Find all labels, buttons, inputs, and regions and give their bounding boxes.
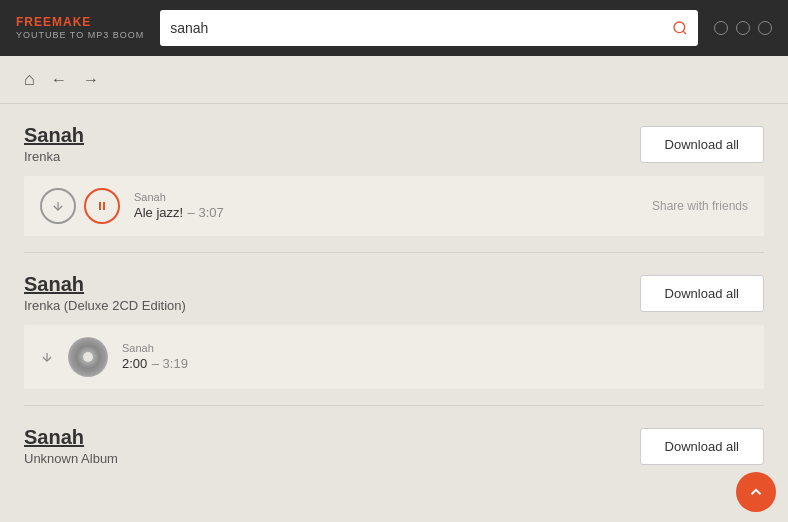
window-btn-2[interactable] bbox=[736, 21, 750, 35]
download-all-button-3[interactable]: Download all bbox=[640, 428, 764, 465]
track-controls-2 bbox=[40, 350, 54, 364]
album-section-3: Sanah Unknown Album Download all bbox=[0, 406, 788, 466]
album-header-3: Sanah Unknown Album Download all bbox=[24, 426, 764, 466]
album-info-3: Sanah Unknown Album bbox=[24, 426, 118, 466]
navigation-bar: ⌂ ← → bbox=[0, 56, 788, 104]
album-subtitle-2: Irenka (Deluxe 2CD Edition) bbox=[24, 298, 186, 313]
svg-rect-4 bbox=[103, 202, 105, 210]
brand-name: FREEMAKE bbox=[16, 15, 144, 29]
album-subtitle-1: Irenka bbox=[24, 149, 84, 164]
window-btn-1[interactable] bbox=[714, 21, 728, 35]
album-title-3[interactable]: Sanah bbox=[24, 426, 118, 449]
download-track-button-2[interactable] bbox=[40, 350, 54, 364]
share-link-1[interactable]: Share with friends bbox=[652, 199, 748, 213]
svg-rect-3 bbox=[99, 202, 101, 210]
pause-button-1[interactable] bbox=[84, 188, 120, 224]
content-area: Sanah Irenka Download all San bbox=[0, 104, 788, 522]
track-info-1: Sanah Ale jazz! – 3:07 bbox=[134, 191, 638, 221]
track-row-2: Sanah 2:00 – 3:19 bbox=[24, 325, 764, 389]
window-btn-3[interactable] bbox=[758, 21, 772, 35]
album-section-1: Sanah Irenka Download all San bbox=[0, 104, 788, 236]
track-name-1: Ale jazz! bbox=[134, 205, 183, 220]
album-info-1: Sanah Irenka bbox=[24, 124, 84, 164]
download-track-button-1[interactable] bbox=[40, 188, 76, 224]
download-all-button-1[interactable]: Download all bbox=[640, 126, 764, 163]
album-title-2[interactable]: Sanah bbox=[24, 273, 186, 296]
brand-logo: FREEMAKE YOUTUBE TO MP3 BOOM bbox=[16, 15, 144, 40]
album-section-2: Sanah Irenka (Deluxe 2CD Edition) Downlo… bbox=[0, 253, 788, 389]
search-button[interactable] bbox=[672, 20, 688, 36]
album-subtitle-3: Unknown Album bbox=[24, 451, 118, 466]
search-input[interactable] bbox=[170, 20, 672, 36]
track-artist-2: Sanah bbox=[122, 342, 748, 354]
track-controls-1 bbox=[40, 188, 120, 224]
disc-icon-2 bbox=[68, 337, 108, 377]
album-header-2: Sanah Irenka (Deluxe 2CD Edition) Downlo… bbox=[24, 273, 764, 313]
album-header-1: Sanah Irenka Download all bbox=[24, 124, 764, 164]
back-button[interactable]: ← bbox=[47, 67, 71, 93]
app-header: FREEMAKE YOUTUBE TO MP3 BOOM bbox=[0, 0, 788, 56]
forward-button[interactable]: → bbox=[79, 67, 103, 93]
track-thumbnail-2 bbox=[68, 337, 108, 377]
brand-subtitle: YOUTUBE TO MP3 BOOM bbox=[16, 30, 144, 41]
svg-line-1 bbox=[683, 31, 686, 34]
track-duration-2: – 3:19 bbox=[152, 356, 188, 371]
scroll-top-button[interactable] bbox=[736, 472, 776, 512]
track-name-2: 2:00 bbox=[122, 356, 147, 371]
track-artist-1: Sanah bbox=[134, 191, 638, 203]
window-controls bbox=[714, 21, 772, 35]
album-info-2: Sanah Irenka (Deluxe 2CD Edition) bbox=[24, 273, 186, 313]
download-all-button-2[interactable]: Download all bbox=[640, 275, 764, 312]
track-duration-1: – 3:07 bbox=[188, 205, 224, 220]
track-row-1: Sanah Ale jazz! – 3:07 Share with friend… bbox=[24, 176, 764, 236]
search-bar bbox=[160, 10, 698, 46]
track-info-2: Sanah 2:00 – 3:19 bbox=[122, 342, 748, 372]
album-title-1[interactable]: Sanah bbox=[24, 124, 84, 147]
svg-point-0 bbox=[674, 22, 685, 33]
home-button[interactable]: ⌂ bbox=[20, 65, 39, 94]
